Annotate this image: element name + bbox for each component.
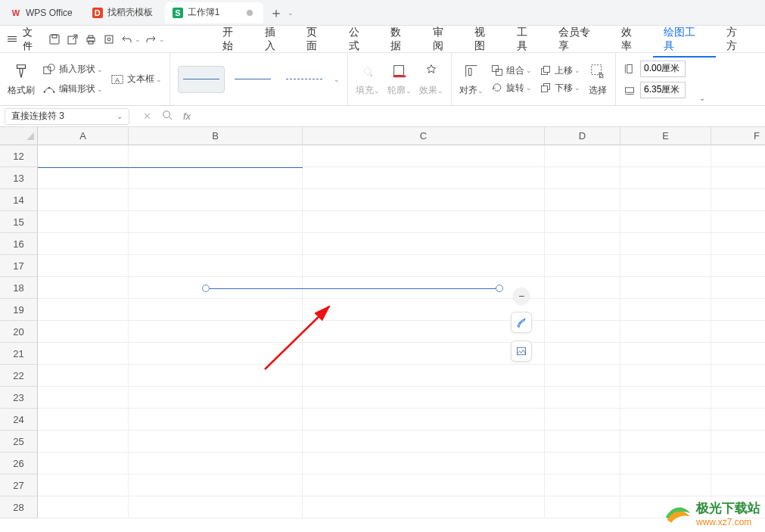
cell[interactable] (303, 474, 545, 496)
menu-start[interactable]: 开始 (212, 21, 253, 58)
fill-button[interactable]: 填充⌄ (356, 61, 380, 97)
line-shape[interactable] (206, 288, 499, 289)
cell[interactable] (38, 409, 129, 431)
redo-dropdown-caret[interactable]: ⌄ (159, 36, 165, 43)
cell[interactable] (129, 211, 303, 233)
cell[interactable] (38, 431, 129, 453)
cell[interactable] (545, 321, 620, 343)
line-style-solid-2[interactable] (229, 66, 276, 93)
cell[interactable] (711, 343, 765, 365)
cell[interactable] (711, 189, 765, 211)
cell[interactable] (620, 299, 711, 321)
cell[interactable] (303, 145, 545, 167)
cell[interactable] (303, 387, 545, 409)
tab-template[interactable]: D 找稻壳模板 (85, 2, 163, 23)
column-header[interactable]: E (620, 127, 711, 145)
row-header[interactable]: 26 (0, 453, 38, 474)
cell[interactable] (620, 431, 711, 453)
cell[interactable] (545, 299, 620, 321)
cell[interactable] (545, 365, 620, 387)
cell[interactable] (711, 233, 765, 255)
tab-wps-office[interactable]: W WPS Office (3, 2, 83, 23)
cell[interactable] (620, 474, 711, 496)
group-button[interactable]: 组合⌄ (491, 64, 532, 77)
namebox-dropdown-icon[interactable]: ⌄ (117, 112, 123, 120)
column-header[interactable]: F (711, 127, 765, 145)
redo-icon[interactable] (142, 31, 159, 48)
cell[interactable] (545, 409, 620, 431)
cell[interactable] (545, 387, 620, 409)
menu-tools[interactable]: 工具 (506, 21, 548, 58)
format-painter-button[interactable]: 格式刷 (8, 61, 35, 97)
cell[interactable] (711, 321, 765, 343)
ribbon-collapse-caret[interactable]: ⌄ (693, 53, 711, 105)
menu-draw-tools[interactable]: 绘图工具 (653, 21, 716, 58)
print-icon[interactable] (82, 31, 99, 48)
width-field[interactable] (624, 82, 686, 98)
cell[interactable] (38, 233, 129, 255)
cell[interactable] (545, 145, 620, 167)
menu-page[interactable]: 页面 (296, 21, 337, 58)
menu-efficiency[interactable]: 效率 (611, 21, 652, 58)
cell[interactable] (38, 453, 129, 474)
column-header[interactable]: D (545, 127, 620, 145)
cell[interactable] (303, 496, 545, 518)
cell[interactable] (620, 255, 711, 277)
shape-handle-end[interactable] (496, 285, 503, 292)
effect-button[interactable]: 效果⌄ (419, 61, 443, 97)
name-box[interactable]: 直接连接符 3 ⌄ (5, 108, 129, 125)
row-header[interactable]: 27 (0, 474, 38, 496)
cell[interactable] (545, 343, 620, 365)
row-header[interactable]: 23 (0, 387, 38, 409)
cell[interactable] (38, 474, 129, 496)
row-header[interactable]: 14 (0, 189, 38, 211)
cell[interactable] (545, 167, 620, 189)
cell[interactable] (545, 431, 620, 453)
tab-workbook[interactable]: S 工作簿1 (165, 2, 264, 23)
menu-review[interactable]: 审阅 (422, 21, 464, 58)
row-header[interactable]: 24 (0, 409, 38, 431)
cell[interactable] (38, 387, 129, 409)
cell[interactable] (620, 211, 711, 233)
cell[interactable] (620, 167, 711, 189)
cell[interactable] (38, 211, 129, 233)
cell[interactable] (620, 365, 711, 387)
cell[interactable] (711, 387, 765, 409)
cell[interactable] (129, 145, 303, 167)
select-button[interactable]: 选择 (588, 61, 608, 97)
export-icon[interactable] (64, 31, 81, 48)
cell[interactable] (711, 211, 765, 233)
cell[interactable] (129, 233, 303, 255)
cell[interactable] (129, 453, 303, 474)
insert-shape-button[interactable]: 插入形状 ⌄ (42, 63, 103, 76)
cell[interactable] (38, 299, 129, 321)
cell[interactable] (129, 431, 303, 453)
cell[interactable] (620, 387, 711, 409)
cell[interactable] (129, 387, 303, 409)
column-header[interactable]: A (38, 127, 129, 145)
cell[interactable] (711, 255, 765, 277)
textbox-button[interactable]: A 文本框 ⌄ (110, 73, 162, 86)
line-style-solid-selected[interactable] (178, 66, 225, 93)
cell[interactable] (545, 453, 620, 474)
row-header[interactable]: 22 (0, 365, 38, 387)
shape-handle-start[interactable] (202, 285, 210, 292)
select-all-corner[interactable] (0, 127, 38, 145)
cell[interactable] (620, 189, 711, 211)
cell[interactable] (620, 233, 711, 255)
cell[interactable] (620, 145, 711, 167)
cell[interactable] (303, 233, 545, 255)
cell[interactable] (129, 409, 303, 431)
styles-more-caret[interactable]: ⌄ (334, 76, 340, 83)
row-header[interactable]: 19 (0, 299, 38, 321)
cell[interactable] (303, 167, 545, 189)
cell[interactable] (129, 496, 303, 518)
menu-member[interactable]: 会员专享 (548, 21, 611, 58)
edit-shape-button[interactable]: 编辑形状 ⌄ (42, 82, 103, 96)
row-header[interactable]: 18 (0, 277, 38, 299)
cell[interactable] (303, 409, 545, 431)
height-input[interactable] (640, 61, 686, 77)
cell[interactable] (38, 145, 129, 167)
cell[interactable] (620, 321, 711, 343)
zoom-icon[interactable] (162, 110, 173, 123)
